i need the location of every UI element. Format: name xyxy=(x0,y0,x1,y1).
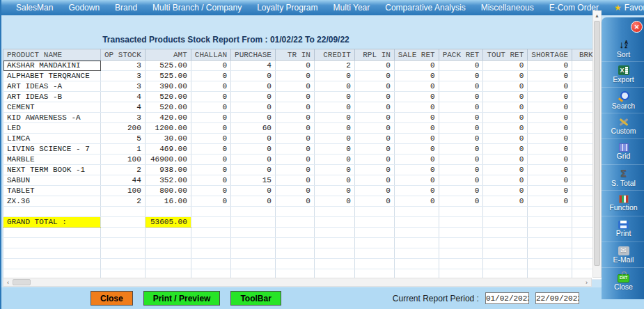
value-cell[interactable]: 0 xyxy=(275,113,314,123)
value-cell[interactable]: 0 xyxy=(314,123,354,134)
value-cell[interactable]: 60 xyxy=(231,123,276,134)
value-cell[interactable]: 5 xyxy=(101,134,146,144)
value-cell[interactable]: 0 xyxy=(528,165,572,175)
value-cell[interactable]: 0 xyxy=(191,92,230,102)
value-cell[interactable]: 0 xyxy=(231,81,276,92)
value-cell[interactable]: 0 xyxy=(483,92,528,102)
value-cell[interactable]: 100 xyxy=(101,186,146,196)
product-name-cell[interactable]: ART IDEAS -B xyxy=(3,92,101,102)
value-cell[interactable]: 3 xyxy=(101,71,146,81)
value-cell[interactable]: 0 xyxy=(394,92,439,102)
value-cell[interactable]: 0 xyxy=(191,144,230,154)
value-cell[interactable]: 469.00 xyxy=(145,144,191,154)
value-cell[interactable]: 0 xyxy=(191,102,230,113)
product-name-cell[interactable]: AKSHAR MANDAKINI xyxy=(3,61,101,71)
sidebar-button-close[interactable]: EXITClose xyxy=(602,268,644,294)
value-cell[interactable]: 0 xyxy=(528,92,572,102)
scroll-right-arrow[interactable]: › xyxy=(582,278,591,286)
value-cell[interactable]: 0 xyxy=(275,71,314,81)
value-cell[interactable]: 4 xyxy=(231,61,276,71)
value-cell[interactable]: 0 xyxy=(354,175,394,186)
value-cell[interactable]: 800.00 xyxy=(145,186,191,196)
horizontal-scrollbar[interactable]: ‹ › xyxy=(3,278,592,287)
value-cell[interactable]: 0 xyxy=(483,154,528,165)
product-name-cell[interactable]: LED xyxy=(3,123,101,134)
value-cell[interactable]: 100 xyxy=(101,154,146,165)
value-cell[interactable]: 0 xyxy=(483,144,528,154)
value-cell[interactable]: 200 xyxy=(101,123,146,134)
value-cell[interactable]: 0 xyxy=(528,113,572,123)
sidebar-button-export[interactable]: XExport xyxy=(602,62,644,88)
value-cell[interactable]: 30.00 xyxy=(145,134,191,144)
value-cell[interactable]: 0 xyxy=(354,102,394,113)
value-cell[interactable]: 0 xyxy=(528,61,572,71)
value-cell[interactable]: 0 xyxy=(314,102,354,113)
value-cell[interactable]: 938.00 xyxy=(145,165,191,175)
print-preview-button[interactable]: Print / Preview xyxy=(143,291,221,306)
product-name-cell[interactable]: LIMCA xyxy=(3,134,101,144)
value-cell[interactable]: 0 xyxy=(394,71,439,81)
value-cell[interactable]: 0 xyxy=(191,186,230,196)
scroll-up-arrow[interactable]: ▲ xyxy=(593,11,601,20)
value-cell[interactable]: 390.00 xyxy=(145,81,191,92)
value-cell[interactable]: 0 xyxy=(528,71,572,81)
value-cell[interactable]: 0 xyxy=(439,144,483,154)
value-cell[interactable]: 0 xyxy=(275,144,314,154)
value-cell[interactable]: 0 xyxy=(439,81,483,92)
product-name-cell[interactable]: NEXT TERM BOOK -1 xyxy=(3,165,101,175)
value-cell[interactable]: 0 xyxy=(275,196,314,207)
product-name-cell[interactable]: ALPHABET TERQRANCE xyxy=(3,71,101,81)
value-cell[interactable]: 0 xyxy=(528,196,572,207)
value-cell[interactable]: 0 xyxy=(191,165,230,175)
value-cell[interactable]: 1200.00 xyxy=(145,123,191,134)
value-cell[interactable]: 0 xyxy=(191,113,230,123)
period-from-input[interactable] xyxy=(485,292,529,304)
value-cell[interactable]: 0 xyxy=(354,71,394,81)
value-cell[interactable]: 0 xyxy=(439,134,483,144)
product-name-cell[interactable]: CEMENT xyxy=(3,102,101,113)
value-cell[interactable]: 0 xyxy=(354,165,394,175)
horizontal-scroll-thumb[interactable] xyxy=(13,279,31,285)
value-cell[interactable]: 1 xyxy=(101,144,146,154)
value-cell[interactable]: 0 xyxy=(439,196,483,207)
value-cell[interactable]: 0 xyxy=(483,102,528,113)
value-cell[interactable]: 0 xyxy=(231,102,276,113)
value-cell[interactable]: 0 xyxy=(354,186,394,196)
menu-item-salesman[interactable]: SalesMan xyxy=(8,0,61,15)
value-cell[interactable]: 0 xyxy=(275,165,314,175)
value-cell[interactable]: 0 xyxy=(439,175,483,186)
value-cell[interactable]: 0 xyxy=(314,81,354,92)
value-cell[interactable]: 0 xyxy=(439,165,483,175)
value-cell[interactable]: 0 xyxy=(275,61,314,71)
sidebar-button-e-mail[interactable]: ✉E-Mail xyxy=(602,242,644,268)
value-cell[interactable]: 44 xyxy=(101,175,146,186)
value-cell[interactable]: 0 xyxy=(191,71,230,81)
value-cell[interactable]: 0 xyxy=(483,81,528,92)
value-cell[interactable]: 0 xyxy=(528,175,572,186)
value-cell[interactable]: 0 xyxy=(394,81,439,92)
value-cell[interactable]: 420.00 xyxy=(145,113,191,123)
value-cell[interactable]: 0 xyxy=(191,123,230,134)
value-cell[interactable]: 0 xyxy=(191,175,230,186)
value-cell[interactable]: 3 xyxy=(101,61,146,71)
menu-item-comparative-analysis[interactable]: Comparative Analysis xyxy=(377,0,473,15)
value-cell[interactable]: 0 xyxy=(354,154,394,165)
product-name-cell[interactable]: ART IDEAS -A xyxy=(3,81,101,92)
value-cell[interactable]: 525.00 xyxy=(145,61,191,71)
product-name-cell[interactable]: LIVING SCIENCE - 7 xyxy=(3,144,101,154)
value-cell[interactable]: 0 xyxy=(439,154,483,165)
value-cell[interactable]: 0 xyxy=(439,61,483,71)
value-cell[interactable]: 0 xyxy=(528,186,572,196)
value-cell[interactable]: 2 xyxy=(101,165,146,175)
product-name-cell[interactable]: SABUN xyxy=(3,175,101,186)
value-cell[interactable]: 0 xyxy=(191,196,230,207)
value-cell[interactable]: 0 xyxy=(394,186,439,196)
value-cell[interactable]: 0 xyxy=(354,61,394,71)
value-cell[interactable]: 0 xyxy=(394,196,439,207)
value-cell[interactable]: 0 xyxy=(231,134,276,144)
value-cell[interactable]: 0 xyxy=(275,175,314,186)
value-cell[interactable]: 0 xyxy=(314,154,354,165)
sidebar-button-function[interactable]: Function xyxy=(602,191,644,216)
value-cell[interactable]: 0 xyxy=(439,123,483,134)
menu-item-loyalty-program[interactable]: Loyalty Program xyxy=(249,0,325,15)
